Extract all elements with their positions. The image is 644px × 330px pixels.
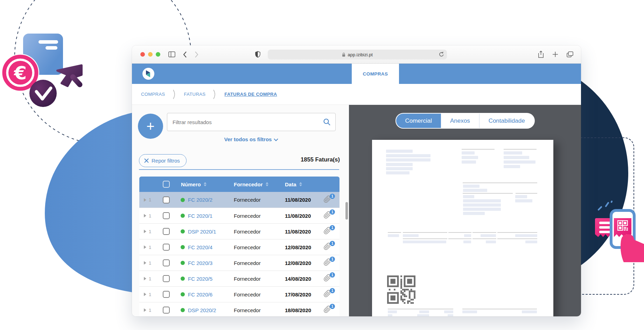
attachment-paperclip-icon[interactable]: 1 [323,243,332,252]
reset-filters-button[interactable]: Repor filtros [139,154,187,167]
row-checkbox[interactable] [163,259,170,266]
table-row[interactable]: 1 FC 2020/5 Fornecedor 14/08/2020 1 [139,271,340,286]
attachment-count-badge: 1 [330,257,335,262]
invoice-list-panel: + Ver todos os filtros Repor filtros 185… [132,105,349,316]
supplier-cell: Fornecedor [234,229,285,235]
table-row[interactable]: 1 DSP 2020/1 Fornecedor 11/08/2020 1 [139,223,340,239]
attachment-paperclip-icon[interactable]: 1 [323,274,332,283]
reload-icon[interactable] [439,51,444,58]
list-scrollbar-thumb[interactable] [345,202,348,220]
svg-text:€: € [14,63,27,84]
status-dot-icon [181,229,185,234]
row-expander-icon[interactable] [144,293,146,296]
close-icon [144,158,149,163]
doc-placeholder-bar [386,158,430,162]
breadcrumb-compras[interactable]: COMPRAS [141,92,165,97]
row-expander-icon[interactable] [144,230,146,233]
sparkle-icon [598,201,612,210]
supplier-cell: Fornecedor [234,213,285,219]
attachment-paperclip-icon[interactable]: 1 [323,211,332,220]
table-row[interactable]: 1 FC 2020/2 Fornecedor 11/08/2020 1 [139,192,340,208]
invoice-number-link[interactable]: FC 2020/5 [188,276,212,282]
table-row[interactable]: 1 FC 2020/4 Fornecedor 12/08/2020 1 [139,239,340,255]
doc-placeholder-line [463,193,513,194]
phone-notch [619,212,627,214]
row-checkbox[interactable] [163,228,170,235]
attachment-paperclip-icon[interactable]: 1 [323,195,332,205]
column-header-numero[interactable]: Número [176,181,234,187]
sidebar-toggle-icon[interactable] [168,51,175,57]
row-checkbox[interactable] [163,291,170,298]
maximize-button[interactable] [156,52,160,57]
privacy-shield-icon[interactable] [255,51,260,58]
supplier-cell: Fornecedor [234,292,285,297]
tab-compras[interactable]: COMPRAS [352,64,399,84]
breadcrumb-faturas[interactable]: FATURAS [184,92,206,97]
browser-chrome: app.izibizi.pt [132,45,581,64]
status-dot-icon [181,214,185,218]
row-checkbox[interactable] [163,196,170,203]
attachment-paperclip-icon[interactable]: 1 [323,290,332,299]
share-icon[interactable] [538,51,544,58]
invoice-number-link[interactable]: DSP 2020/2 [188,307,216,313]
search-input[interactable] [167,113,336,131]
table-row[interactable]: 1 FC 2020/6 Fornecedor 17/08/2020 1 [139,286,340,302]
new-tab-icon[interactable] [552,51,558,57]
back-icon[interactable] [183,51,187,58]
supplier-cell: Fornecedor [234,260,285,266]
minimize-button[interactable] [148,52,153,57]
table-row[interactable]: 1 FC 2020/3 Fornecedor 12/08/2020 1 [139,255,340,271]
doc-placeholder-line [516,193,537,194]
invoice-number-link[interactable]: FC 2020/4 [188,244,212,250]
tab-anexos[interactable]: Anexos [441,114,479,128]
row-expander-icon[interactable] [144,261,146,265]
invoice-number-link[interactable]: DSP 2020/1 [188,229,216,235]
date-cell: 18/08/2020 [285,307,321,313]
attachment-count-badge: 1 [330,288,335,293]
forward-icon[interactable] [195,51,198,58]
attachment-paperclip-icon[interactable]: 1 [323,227,332,236]
address-bar[interactable]: app.izibizi.pt [268,50,447,59]
row-expander-icon[interactable] [144,198,146,202]
row-expander-icon[interactable] [144,308,146,312]
doc-placeholder-line [497,232,537,233]
status-dot-icon [181,292,185,296]
doc-placeholder-bar [462,310,477,313]
doc-placeholder-bar [462,156,478,159]
select-all-checkbox[interactable] [163,181,170,188]
close-button[interactable] [140,52,145,57]
search-icon[interactable] [323,118,331,127]
invoice-number-link[interactable]: FC 2020/6 [188,292,212,297]
row-expander-icon[interactable] [144,245,146,249]
column-header-data[interactable]: Data [285,181,321,187]
attachment-paperclip-icon[interactable]: 1 [323,306,332,315]
attachment-count-badge: 1 [330,194,335,199]
table-row[interactable]: 1 FC 2020/1 Fornecedor 11/08/2020 1 [139,208,340,223]
attachment-paperclip-icon[interactable]: 1 [323,258,332,267]
row-checkbox[interactable] [163,244,170,251]
invoice-count: 1855 Fatura(s) [301,156,340,163]
tab-overview-icon[interactable] [567,51,573,57]
row-checkbox[interactable] [163,307,170,314]
column-header-fornecedor[interactable]: Fornecedor [234,181,285,187]
tab-comercial[interactable]: Comercial [396,114,441,128]
attachment-count-badge: 1 [330,209,335,215]
chevron-down-icon [274,138,278,141]
see-all-filters-link[interactable]: Ver todos os filtros [167,136,336,142]
doc-placeholder-bar [448,314,453,316]
invoice-number-link[interactable]: FC 2020/2 [188,197,212,203]
row-checkbox[interactable] [163,212,170,219]
invoice-number-link[interactable]: FC 2020/3 [188,260,212,266]
tab-contabilidade[interactable]: Contabilidade [479,114,534,128]
status-dot-icon [181,261,185,265]
doc-placeholder-line [504,149,537,150]
invoice-number-link[interactable]: FC 2020/1 [188,213,212,219]
row-expander-icon[interactable] [144,277,146,280]
table-row[interactable]: 1 DSP 2020/2 Fornecedor 18/08/2020 1 [139,302,340,316]
add-invoice-button[interactable]: + [138,114,163,139]
lock-icon [342,52,345,57]
row-expander-icon[interactable] [144,214,146,217]
row-checkbox[interactable] [163,275,170,282]
doc-placeholder-bar [522,310,537,313]
breadcrumb-faturas-de-compra[interactable]: FATURAS DE COMPRA [224,92,277,97]
